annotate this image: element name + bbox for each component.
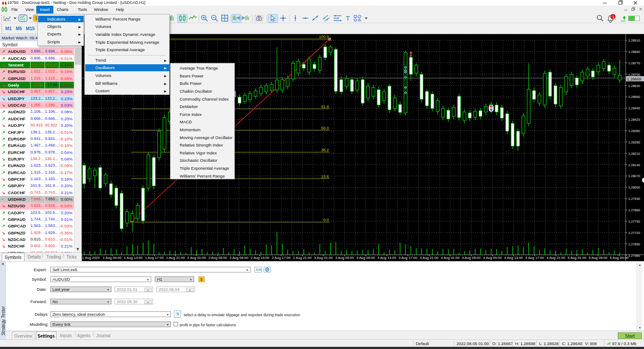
svg-text:2 Aug 01:00: 2 Aug 01:00	[187, 256, 206, 260]
svg-text:2 Aug 21:00: 2 Aug 21:00	[293, 256, 312, 260]
svg-text:4 Aug 05:00: 4 Aug 05:00	[462, 256, 481, 260]
svg-text:3 Aug 09:00: 3 Aug 09:00	[356, 256, 375, 260]
svg-text:3 Aug 21:00: 3 Aug 21:00	[420, 256, 439, 260]
svg-text:1.28210: 1.28210	[628, 152, 640, 156]
svg-text:1 Aug 2022: 1 Aug 2022	[82, 256, 100, 260]
svg-text:3 Aug 01:00: 3 Aug 01:00	[314, 256, 333, 260]
svg-text:5 Aug 09:00: 5 Aug 09:00	[610, 256, 629, 260]
svg-text:3 Aug 17:00: 3 Aug 17:00	[399, 256, 418, 260]
svg-text:1.28420: 1.28420	[628, 118, 640, 122]
svg-text:4 Aug 21:00: 4 Aug 21:00	[547, 256, 565, 260]
svg-text:5 Aug 05:00: 5 Aug 05:00	[589, 256, 608, 260]
svg-text:4 Aug 09:00: 4 Aug 09:00	[483, 256, 502, 260]
svg-text:1.28140: 1.28140	[628, 163, 640, 167]
svg-text:2 Aug 05:00: 2 Aug 05:00	[209, 256, 227, 260]
svg-text:38.2: 38.2	[321, 148, 329, 152]
svg-text:1.28070: 1.28070	[628, 174, 640, 178]
svg-text:1.28280: 1.28280	[628, 140, 640, 144]
svg-text:LVL: LVL	[621, 19, 626, 22]
svg-text:1.28700: 1.28700	[628, 73, 640, 77]
svg-text:61.8: 61.8	[321, 105, 329, 109]
svg-text:5 Aug 01:00: 5 Aug 01:00	[567, 256, 586, 260]
svg-text:50.0: 50.0	[321, 126, 329, 130]
svg-text:1.28840: 1.28840	[628, 50, 640, 54]
svg-text:1.27650: 1.27650	[628, 242, 640, 246]
svg-text:3 Aug 05:00: 3 Aug 05:00	[335, 256, 354, 260]
svg-text:1.28630: 1.28630	[628, 84, 640, 88]
svg-text:1: 1	[612, 14, 614, 19]
svg-text:1.28910: 1.28910	[628, 38, 640, 42]
svg-text:1.28490: 1.28490	[628, 106, 640, 110]
svg-text:2 Aug 13:00: 2 Aug 13:00	[251, 256, 269, 260]
svg-text:1.27720: 1.27720	[628, 231, 640, 235]
svg-text:1.28770: 1.28770	[628, 61, 640, 65]
svg-text:1.28000: 1.28000	[628, 185, 640, 189]
svg-text:4 Aug 01:00: 4 Aug 01:00	[441, 256, 460, 260]
svg-text:2 Aug 17:00: 2 Aug 17:00	[272, 256, 291, 260]
svg-text:1.27860: 1.27860	[628, 208, 640, 212]
svg-text:1 Aug 21:00: 1 Aug 21:00	[166, 256, 185, 260]
svg-text:3 Aug 13:00: 3 Aug 13:00	[377, 256, 396, 260]
svg-text:1.27580: 1.27580	[628, 254, 640, 258]
svg-text:1 Aug 13:00: 1 Aug 13:00	[124, 256, 143, 260]
svg-text:1 Aug 09:00: 1 Aug 09:00	[103, 256, 122, 260]
svg-text:4 Aug 17:00: 4 Aug 17:00	[526, 256, 544, 260]
svg-text:0.0: 0.0	[323, 218, 329, 222]
svg-text:1.28560: 1.28560	[628, 95, 640, 99]
svg-text:1.28669: 1.28669	[627, 77, 641, 81]
svg-text:1 Aug 17:00: 1 Aug 17:00	[145, 256, 164, 260]
svg-text:T: T	[346, 14, 350, 22]
svg-text:1.27790: 1.27790	[628, 220, 640, 223]
svg-text:1.27930: 1.27930	[628, 197, 640, 201]
svg-text:100.0: 100.0	[319, 35, 329, 39]
svg-text:1.28350: 1.28350	[628, 129, 640, 133]
svg-text:23.6: 23.6	[321, 174, 329, 179]
svg-text:2 Aug 09:00: 2 Aug 09:00	[230, 256, 248, 260]
svg-text:4 Aug 13:00: 4 Aug 13:00	[504, 256, 523, 260]
